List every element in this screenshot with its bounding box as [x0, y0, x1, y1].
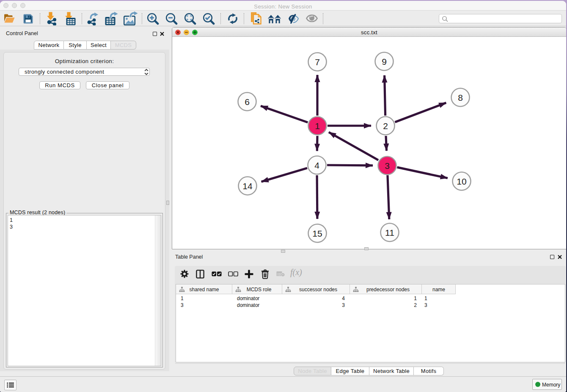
svg-text:7: 7	[315, 57, 320, 67]
svg-text:6: 6	[245, 97, 250, 107]
svg-text:1: 1	[315, 121, 320, 131]
svg-text:11: 11	[385, 228, 394, 237]
svg-text:14: 14	[242, 181, 253, 191]
svg-text:15: 15	[312, 229, 322, 238]
svg-text:10: 10	[457, 177, 466, 186]
svg-text:4: 4	[314, 160, 319, 170]
svg-text:2: 2	[383, 121, 388, 131]
svg-text:3: 3	[385, 161, 390, 171]
svg-text:9: 9	[382, 57, 387, 66]
svg-text:8: 8	[458, 93, 463, 102]
